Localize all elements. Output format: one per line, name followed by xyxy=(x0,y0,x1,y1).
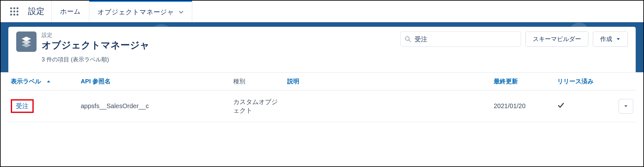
col-type[interactable]: 種別 xyxy=(231,77,285,86)
object-manager-icon xyxy=(16,31,37,52)
col-label[interactable]: 表示ラベル xyxy=(8,77,78,86)
tab-label: オブジェクトマネージャ xyxy=(98,8,174,17)
search-input[interactable] xyxy=(400,31,521,47)
col-api[interactable]: API 参照名 xyxy=(78,77,231,86)
button-label: スキーマビルダー xyxy=(533,35,581,43)
caret-down-icon xyxy=(616,37,620,41)
object-table: 表示ラベル API 参照名 種別 説明 最終更新 リリース済み 受注 appsf… xyxy=(8,73,636,122)
search-wrap xyxy=(400,31,521,47)
col-type-text: 種別 xyxy=(233,78,245,85)
svg-point-4 xyxy=(13,10,15,12)
col-released[interactable]: リリース済み xyxy=(555,77,612,86)
button-label: 作成 xyxy=(600,35,612,43)
apps-grid-icon xyxy=(10,7,19,16)
cell-desc xyxy=(285,103,491,109)
table-row: 受注 appsfs__SalesOrder__c カスタムオブジェクト 2021… xyxy=(8,90,636,122)
col-api-text: API 参照名 xyxy=(81,78,111,85)
svg-point-3 xyxy=(10,10,12,12)
svg-point-1 xyxy=(13,7,15,9)
svg-marker-11 xyxy=(22,43,31,47)
svg-point-0 xyxy=(10,7,12,9)
global-nav: 設定 ホーム オブジェクトマネージャ xyxy=(1,1,643,22)
object-label-link[interactable]: 受注 xyxy=(16,102,29,109)
svg-point-5 xyxy=(17,10,18,12)
tab-home[interactable]: ホーム xyxy=(51,1,89,22)
svg-line-13 xyxy=(409,40,411,42)
table-header: 表示ラベル API 参照名 種別 説明 最終更新 リリース済み xyxy=(8,73,636,90)
svg-point-7 xyxy=(13,14,15,16)
highlight-box: 受注 xyxy=(11,99,34,113)
app-name: 設定 xyxy=(28,1,51,22)
page-subtitle: 3 件の項目 (表示ラベル順) xyxy=(42,56,150,63)
cell-updated: 2021/01/20 xyxy=(491,99,555,113)
page-title: オブジェクトマネージャ xyxy=(42,39,150,52)
col-updated[interactable]: 最終更新 xyxy=(491,77,555,86)
page-header: 設定 オブジェクトマネージャ 3 件の項目 (表示ラベル順) スキーマビルダー … xyxy=(1,22,643,73)
breadcrumb: 設定 xyxy=(42,31,150,39)
caret-down-icon xyxy=(624,104,628,108)
nav-tabs: ホーム オブジェクトマネージャ xyxy=(51,1,192,22)
cell-api: appsfs__SalesOrder__c xyxy=(78,99,231,113)
search-icon xyxy=(405,36,411,42)
cell-released xyxy=(555,99,612,114)
schema-builder-button[interactable]: スキーマビルダー xyxy=(525,31,588,47)
sort-asc-icon xyxy=(47,80,51,83)
chevron-down-icon[interactable] xyxy=(179,10,184,15)
app-launcher[interactable] xyxy=(1,1,28,22)
check-icon xyxy=(557,103,564,110)
svg-point-6 xyxy=(10,14,12,16)
col-desc-text: 説明 xyxy=(287,78,299,85)
svg-point-12 xyxy=(405,37,409,40)
svg-point-2 xyxy=(17,7,18,9)
col-desc[interactable]: 説明 xyxy=(285,77,491,86)
col-label-text: 表示ラベル xyxy=(11,77,41,86)
header-card: 設定 オブジェクトマネージャ 3 件の項目 (表示ラベル順) スキーマビルダー … xyxy=(8,27,636,72)
svg-point-8 xyxy=(17,14,18,16)
row-actions-button[interactable] xyxy=(619,99,633,114)
col-updated-text: 最終更新 xyxy=(494,78,518,85)
col-released-text: リリース済み xyxy=(557,78,593,85)
content: 表示ラベル API 参照名 種別 説明 最終更新 リリース済み 受注 appsf… xyxy=(1,73,643,122)
tab-object-manager[interactable]: オブジェクトマネージャ xyxy=(89,1,192,22)
tab-label: ホーム xyxy=(60,7,81,16)
cell-type: カスタムオブジェクト xyxy=(231,94,285,118)
create-button[interactable]: 作成 xyxy=(593,31,628,47)
